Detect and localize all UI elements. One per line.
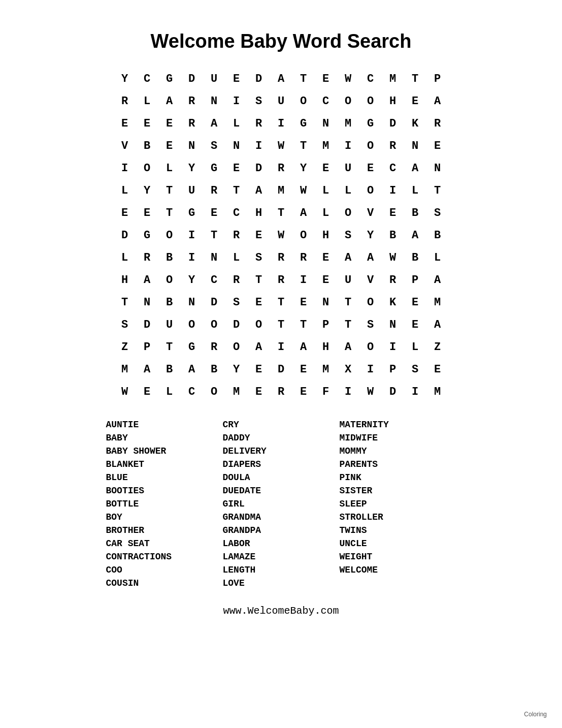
grid-cell: H [315,224,337,246]
grid-cell: D [382,381,404,403]
grid-cell: U [337,157,359,179]
coloring-label: Coloring [524,711,547,718]
grid-cell: M [315,358,337,381]
grid-cell: M [382,68,404,90]
grid-cell: S [337,224,359,246]
grid-cell: T [292,313,315,336]
grid-cell: I [292,269,315,291]
grid-cell: T [114,291,136,313]
grid-cell: I [181,224,203,246]
grid-cell: T [158,179,181,202]
grid-cell: I [359,358,382,381]
word-item: COO [106,563,223,577]
grid-cell: L [315,202,337,224]
grid-cell: T [292,135,315,157]
grid-cell: D [203,291,225,313]
grid-cell: K [404,112,426,135]
grid-cell: I [404,381,426,403]
grid-cell: O [181,313,203,336]
grid-cell: O [337,90,359,112]
grid-cell: A [203,112,225,135]
grid-cell: I [270,336,292,358]
grid-cell: I [382,179,404,202]
grid-cell: N [404,135,426,157]
grid-cell: S [359,313,382,336]
grid-cell: R [270,381,292,403]
grid-cell: R [270,246,292,269]
word-item: TWINS [340,524,456,537]
word-item: CONTRACTIONS [106,550,223,563]
grid-cell: M [315,135,337,157]
grid-cell: A [337,336,359,358]
grid-cell: L [337,179,359,202]
grid-cell: C [203,269,225,291]
grid-cell: B [426,224,449,246]
grid-cell: A [136,358,158,381]
grid-cell: E [248,358,270,381]
grid-cell: E [136,202,158,224]
grid-cell: B [203,358,225,381]
grid-cell: U [181,179,203,202]
grid-cell: C [315,90,337,112]
grid-cell: Y [292,157,315,179]
word-item: DIAPERS [223,458,340,471]
grid-cell: Y [359,224,382,246]
grid-cell: O [158,269,181,291]
word-item: LAMAZE [223,550,340,563]
grid-cell: S [248,90,270,112]
grid-cell: T [337,291,359,313]
grid-cell: E [359,157,382,179]
grid-cell: G [136,224,158,246]
grid-cell: N [315,112,337,135]
grid-cell: A [292,202,315,224]
word-item: CRY [223,418,340,431]
word-item: BABY SHOWER [106,445,223,458]
grid-cell: T [248,269,270,291]
word-item: COUSIN [106,577,223,590]
grid-cell: O [158,224,181,246]
grid-cell: W [292,179,315,202]
grid-cell: W [114,381,136,403]
grid-cell: A [136,269,158,291]
grid-cell: B [382,224,404,246]
grid-cell: T [337,313,359,336]
page-title: Welcome Baby Word Search [41,30,521,52]
grid-cell: R [292,246,315,269]
grid-cell: E [292,291,315,313]
grid-cell: O [136,157,158,179]
grid-cell: I [337,381,359,403]
grid-cell: F [315,381,337,403]
grid-cell: B [404,202,426,224]
word-item: BLUE [106,471,223,484]
word-item: UNCLE [340,537,456,550]
grid-cell: P [426,68,449,90]
word-item: DELIVERY [223,445,340,458]
grid-cell: N [315,291,337,313]
grid-cell: E [225,68,248,90]
word-column-2: CRYDADDYDELIVERYDIAPERSDOULADUEDATEGIRLG… [223,418,340,590]
grid-cell: N [382,313,404,336]
grid-cell: G [181,336,203,358]
grid-cell: T [292,68,315,90]
grid-cell: T [158,336,181,358]
grid-cell: A [426,90,449,112]
grid-cell: P [136,336,158,358]
grid-cell: L [225,246,248,269]
grid-cell: W [359,381,382,403]
grid-cell: R [382,135,404,157]
grid-cell: E [203,202,225,224]
word-item: WEIGHT [340,550,456,563]
grid-cell: E [158,112,181,135]
grid-cell: O [225,336,248,358]
grid-cell: P [404,269,426,291]
grid-cell: E [292,381,315,403]
word-item: DOULA [223,471,340,484]
grid-cell: R [181,112,203,135]
grid-cell: X [337,358,359,381]
word-item: SISTER [340,484,456,497]
grid-cell: U [203,68,225,90]
grid-cell: N [203,246,225,269]
grid-cell: D [114,224,136,246]
grid-cell: V [359,269,382,291]
grid-cell: B [404,246,426,269]
